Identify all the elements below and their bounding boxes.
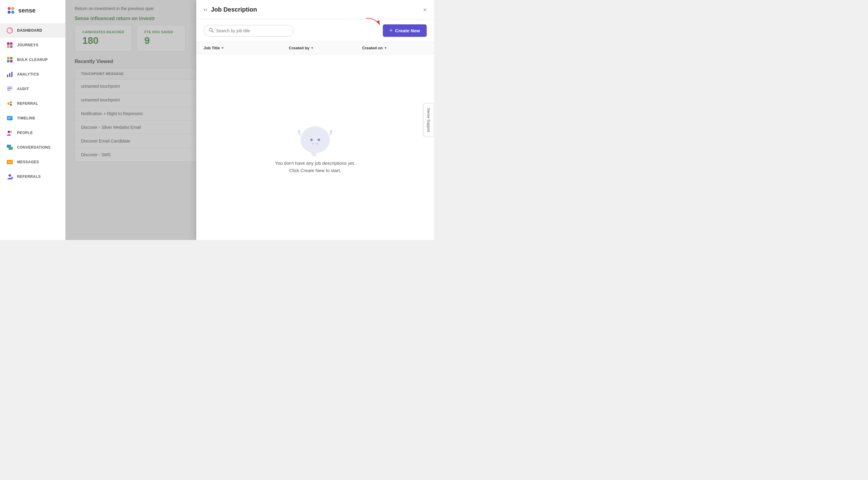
sidebar-item-referrals[interactable]: REFERRALS bbox=[0, 169, 65, 184]
svg-rect-7 bbox=[7, 45, 9, 48]
empty-state-text: You don't have any job descriptions yet.… bbox=[275, 160, 355, 174]
svg-rect-9 bbox=[7, 57, 9, 59]
dashboard-icon bbox=[6, 27, 13, 34]
app-name: sense bbox=[18, 7, 36, 14]
svg-point-35 bbox=[301, 126, 330, 153]
search-icon bbox=[209, 28, 214, 34]
svg-point-31 bbox=[11, 177, 13, 179]
svg-point-30 bbox=[8, 174, 11, 177]
messages-icon bbox=[6, 158, 13, 166]
conversations-icon bbox=[6, 144, 13, 151]
sidebar-item-conversations[interactable]: CONVERSATIONS bbox=[0, 140, 65, 155]
svg-rect-6 bbox=[10, 42, 12, 45]
sidebar-item-label: ANALYTICS bbox=[17, 72, 39, 76]
job-title-search-box[interactable] bbox=[204, 25, 293, 37]
svg-rect-10 bbox=[10, 57, 12, 59]
modal-close-button[interactable]: × bbox=[423, 7, 427, 13]
sidebar-item-dashboard[interactable]: DASHBOARD bbox=[0, 23, 65, 38]
sidebar-item-journeys[interactable]: JOURNEYS bbox=[0, 38, 65, 53]
sidebar-item-audit[interactable]: AUDIT bbox=[0, 82, 65, 96]
sidebar-item-referral[interactable]: REFERRAL bbox=[0, 96, 65, 111]
sort-icon-created-by: ▼ bbox=[311, 46, 314, 50]
th-created-on[interactable]: Created on ▼ bbox=[362, 46, 423, 50]
sidebar-item-label: DASHBOARD bbox=[17, 28, 42, 33]
svg-point-2 bbox=[8, 11, 11, 14]
sidebar-item-label: REFERRAL bbox=[17, 101, 38, 106]
sidebar-logo: sense bbox=[0, 0, 65, 21]
people-icon bbox=[6, 129, 13, 136]
sidebar-item-label: REFERRALS bbox=[17, 174, 41, 179]
sidebar-item-analytics[interactable]: ANALYTICS bbox=[0, 67, 65, 82]
sidebar-item-label: TIMELINE bbox=[17, 116, 35, 120]
referral-icon bbox=[6, 100, 13, 107]
svg-rect-23 bbox=[8, 117, 11, 118]
svg-rect-18 bbox=[7, 90, 10, 91]
th-created-on-label: Created on bbox=[362, 46, 383, 50]
plus-icon: + bbox=[390, 27, 393, 34]
svg-point-38 bbox=[312, 143, 314, 145]
svg-point-3 bbox=[11, 11, 14, 14]
svg-rect-16 bbox=[7, 87, 12, 88]
modal-overlay: ‹‹ Job Description × + Create New bbox=[65, 0, 434, 240]
sense-logo-icon bbox=[6, 5, 16, 15]
sort-icon-created-on: ▼ bbox=[384, 46, 387, 50]
create-new-button[interactable]: + Create New bbox=[383, 24, 427, 37]
audit-icon bbox=[6, 85, 13, 93]
table-header: Job Title ▼ Created by ▼ Created on ▼ bbox=[196, 42, 434, 54]
sidebar-item-bulk-cleanup[interactable]: BULK CLEANUP bbox=[0, 53, 65, 67]
sidebar-item-label: PEOPLE bbox=[17, 131, 33, 135]
svg-rect-24 bbox=[8, 119, 10, 119]
sidebar-item-label: CONVERSATIONS bbox=[17, 145, 51, 150]
analytics-icon bbox=[6, 71, 13, 78]
sidebar-item-messages[interactable]: MESSAGES bbox=[0, 155, 65, 169]
sidebar-item-label: BULK CLEANUP bbox=[17, 58, 48, 62]
svg-line-34 bbox=[212, 31, 214, 32]
svg-rect-22 bbox=[7, 116, 12, 120]
svg-rect-11 bbox=[7, 60, 9, 62]
modal-back-button[interactable]: ‹‹ bbox=[204, 6, 207, 13]
svg-point-0 bbox=[8, 7, 11, 10]
sidebar-item-people[interactable]: PEOPLE bbox=[0, 126, 65, 140]
modal-title: Job Description bbox=[211, 6, 420, 13]
modal-panel: ‹‹ Job Description × + Create New bbox=[196, 0, 434, 240]
referrals-icon bbox=[6, 173, 13, 180]
svg-rect-15 bbox=[11, 72, 12, 77]
sort-icon-job-title: ▼ bbox=[221, 46, 224, 50]
sense-support-tab[interactable]: Sense Support bbox=[423, 103, 433, 136]
empty-state-line1: You don't have any job descriptions yet. bbox=[275, 161, 355, 166]
svg-point-25 bbox=[8, 131, 10, 133]
empty-state-illustration bbox=[295, 120, 335, 160]
search-input[interactable] bbox=[216, 28, 288, 33]
th-job-title[interactable]: Job Title ▼ bbox=[204, 46, 289, 50]
create-new-label: Create New bbox=[395, 28, 420, 33]
svg-rect-12 bbox=[10, 60, 12, 62]
sidebar-item-label: MESSAGES bbox=[17, 160, 39, 164]
empty-state-line2: Click Create New to start. bbox=[289, 168, 341, 173]
empty-state: You don't have any job descriptions yet.… bbox=[196, 54, 434, 240]
svg-point-20 bbox=[10, 101, 12, 103]
svg-point-36 bbox=[310, 138, 313, 141]
timeline-icon bbox=[6, 115, 13, 122]
journeys-icon bbox=[6, 41, 13, 49]
sidebar-item-timeline[interactable]: TIMELINE bbox=[0, 111, 65, 126]
svg-point-19 bbox=[7, 102, 10, 105]
th-created-by[interactable]: Created by ▼ bbox=[289, 46, 362, 50]
svg-rect-5 bbox=[7, 42, 9, 45]
svg-rect-13 bbox=[7, 75, 8, 77]
th-job-title-label: Job Title bbox=[204, 46, 220, 50]
svg-point-37 bbox=[317, 138, 320, 141]
sidebar: sense DASHBOARD JOURNEYS BULK CLEANUP AN… bbox=[0, 0, 65, 240]
main-content: Return on investment in the previous qua… bbox=[65, 0, 434, 240]
svg-rect-17 bbox=[7, 88, 12, 89]
modal-toolbar: + Create New bbox=[196, 20, 434, 42]
sidebar-item-label: JOURNEYS bbox=[17, 43, 38, 47]
svg-point-21 bbox=[10, 104, 12, 106]
svg-point-26 bbox=[10, 131, 12, 133]
svg-rect-28 bbox=[8, 147, 13, 150]
sidebar-item-label: AUDIT bbox=[17, 87, 29, 91]
sidebar-navigation: DASHBOARD JOURNEYS BULK CLEANUP ANALYTIC… bbox=[0, 21, 65, 186]
modal-header: ‹‹ Job Description × bbox=[196, 0, 434, 20]
th-created-by-label: Created by bbox=[289, 46, 309, 50]
svg-point-39 bbox=[317, 143, 318, 145]
svg-rect-8 bbox=[10, 45, 12, 48]
